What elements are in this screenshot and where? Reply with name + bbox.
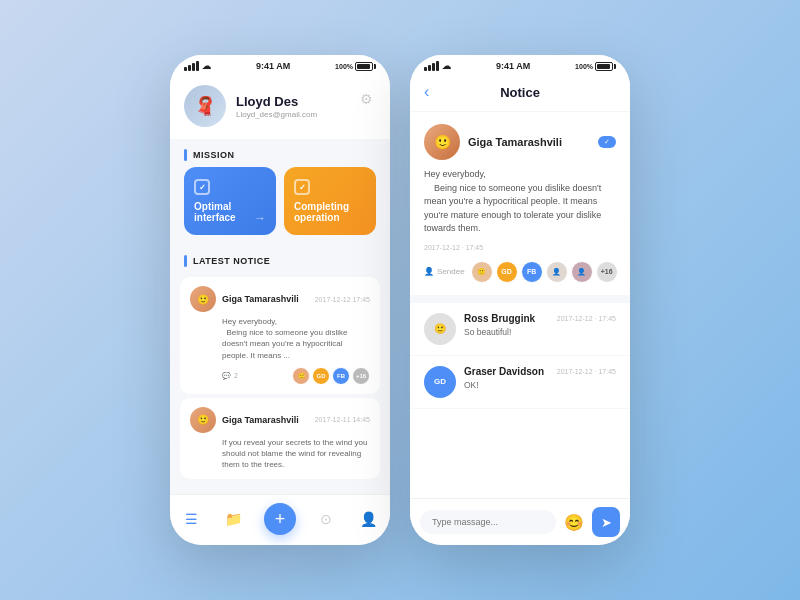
nav-home[interactable]: ☰ [179, 507, 203, 531]
arrow-icon: → [254, 211, 266, 225]
notice-name-2: Giga Tamarashvili [222, 415, 299, 425]
reply-avatar-2: GD [424, 366, 456, 398]
sender-avatar-photo1: 🙂 [471, 261, 493, 283]
sender-avatar-photo2: 👤 [546, 261, 568, 283]
sender-row: 👤Sendee 🙂 GD FB 👤 👤 +16 [424, 261, 616, 283]
reply-item-2: GD Graser Davidson 2017-12-12 · 17:45 OK… [410, 356, 630, 409]
notice-section-label: LATEST NOTICE [170, 245, 390, 273]
battery-left: 100% [335, 62, 376, 71]
reply-list: 🙂 Ross Bruggink 2017-12-12 · 17:45 So be… [410, 303, 630, 499]
notice-text-1: Hey everybody, Being nice to someone you… [222, 316, 370, 361]
sender-avatar-gd: GD [496, 261, 518, 283]
gear-icon[interactable]: ⚙ [356, 89, 376, 109]
sender-label: 👤Sendee [424, 267, 465, 276]
notice-item-1[interactable]: 🙂 Giga Tamarashvili 2017-12-12 17:45 Hey… [180, 277, 380, 394]
stack-avatar-fb: FB [332, 367, 350, 385]
time-left: 9:41 AM [256, 61, 290, 71]
notice-text-2: If you reveal your secrets to the wind y… [222, 437, 370, 471]
notice-date-1: 2017-12-12 17:45 [315, 296, 370, 303]
back-button[interactable]: ‹ [424, 83, 429, 101]
nav-search[interactable]: ⊙ [314, 507, 338, 531]
mission-card-completing[interactable]: ✓ Completing operation [284, 167, 376, 235]
sender-avatars: 🙂 GD FB 👤 👤 +16 [471, 261, 618, 283]
reply-date-1: 2017-12-12 · 17:45 [557, 315, 616, 322]
reply-text-2: OK! [464, 380, 616, 390]
main-message-author: Giga Tamarashvili [468, 136, 562, 148]
notice-avatar-1: 🙂 [190, 286, 216, 312]
stack-avatar-photo: 🙂 [292, 367, 310, 385]
notice-header: ‹ Notice [410, 75, 630, 112]
sender-avatar-more: +16 [596, 261, 618, 283]
notices-list: 🙂 Giga Tamarashvili 2017-12-12 17:45 Hey… [170, 273, 390, 494]
message-input-bar: 😊 ➤ [410, 498, 630, 545]
mission-card-completing-label: Completing operation [294, 201, 366, 223]
main-message-text: Hey everybody, Being nice to someone you… [424, 168, 616, 236]
profile-area: 🧣 Lloyd Des Lloyd_des@gmail.com ⚙ [170, 75, 390, 139]
nav-add-button[interactable]: + [264, 503, 296, 535]
reply-content-2: Graser Davidson 2017-12-12 · 17:45 OK! [464, 366, 616, 398]
notice-name-1: Giga Tamarashvili [222, 294, 299, 304]
bottom-nav: ☰ 📁 + ⊙ 👤 [170, 494, 390, 545]
reply-content-1: Ross Bruggink 2017-12-12 · 17:45 So beau… [464, 313, 616, 345]
left-phone: ☁ 9:41 AM 100% 🧣 Lloyd Des Lloyd_des@gma… [170, 55, 390, 545]
mission-cards: ✓ Optimal interface → ✓ Completing opera… [170, 167, 390, 245]
time-right: 9:41 AM [496, 61, 530, 71]
reply-name-2: Graser Davidson [464, 366, 544, 377]
reply-date-2: 2017-12-12 · 17:45 [557, 368, 616, 375]
signal-left: ☁ [184, 61, 211, 71]
reply-text-1: So beautiful! [464, 327, 616, 337]
comment-count: 💬2 [222, 372, 238, 380]
reply-item-1: 🙂 Ross Bruggink 2017-12-12 · 17:45 So be… [410, 303, 630, 356]
avatar-stack: 🙂 GD FB +16 [292, 367, 370, 385]
battery-right: 100% [575, 62, 616, 71]
notice-title: Notice [500, 85, 540, 100]
nav-files[interactable]: 📁 [222, 507, 246, 531]
notice-item-2[interactable]: 🙂 Giga Tamarashvili 2017-12-11 14:45 If … [180, 398, 380, 480]
sender-avatar-fb: FB [521, 261, 543, 283]
nav-profile[interactable]: 👤 [357, 507, 381, 531]
reply-name-1: Ross Bruggink [464, 313, 535, 324]
notice-avatar-2: 🙂 [190, 407, 216, 433]
send-button[interactable]: ➤ [592, 507, 620, 537]
emoji-button[interactable]: 😊 [564, 513, 584, 532]
notice-date-2: 2017-12-11 14:45 [315, 416, 370, 423]
main-message: 🙂 Giga Tamarashvili ✓ Hey everybody, Bei… [410, 112, 630, 303]
mission-card-optimal[interactable]: ✓ Optimal interface → [184, 167, 276, 235]
status-bar-right: ☁ 9:41 AM 100% [410, 55, 630, 75]
profile-name: Lloyd Des [236, 94, 376, 109]
check-icon: ✓ [194, 179, 210, 195]
profile-email: Lloyd_des@gmail.com [236, 110, 376, 119]
verified-badge: ✓ [598, 136, 616, 148]
profile-info: Lloyd Des Lloyd_des@gmail.com [236, 94, 376, 119]
sender-avatar-photo3: 👤 [571, 261, 593, 283]
reply-avatar-1: 🙂 [424, 313, 456, 345]
signal-right: ☁ [424, 61, 451, 71]
main-message-date: 2017-12-12 · 17:45 [424, 244, 616, 251]
message-input[interactable] [420, 510, 556, 534]
mission-section-label: MISSION [170, 139, 390, 167]
check-icon-2: ✓ [294, 179, 310, 195]
main-message-avatar: 🙂 [424, 124, 460, 160]
right-phone: ☁ 9:41 AM 100% ‹ Notice 🙂 Giga Tamarashv… [410, 55, 630, 545]
stack-avatar-more: +16 [352, 367, 370, 385]
profile-avatar: 🧣 [184, 85, 226, 127]
stack-avatar-gd: GD [312, 367, 330, 385]
status-bar-left: ☁ 9:41 AM 100% [170, 55, 390, 75]
